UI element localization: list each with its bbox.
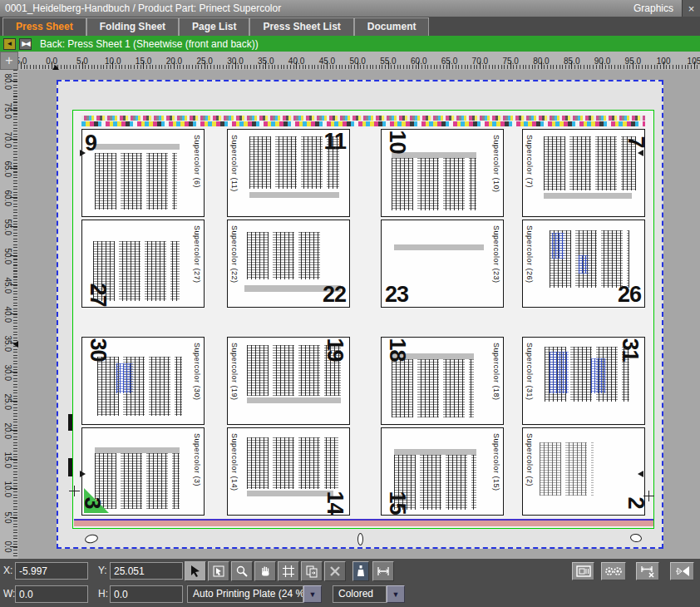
flip-view-icon (674, 565, 691, 578)
measure-icon (377, 565, 390, 578)
page-number: 18 (386, 338, 408, 361)
horizontal-ruler: 5.00.05.010.015.020.025.030.035.040.045.… (18, 52, 700, 70)
imposition-canvas[interactable]: 6 Supercolor (6) 11 Supercolor (11) 10 S… (18, 70, 700, 559)
prinect-window: 0001_Heidelberg-Handbuch / Product Part:… (0, 0, 700, 607)
crop-frame-tool[interactable] (278, 561, 299, 581)
page-6-thumbnail[interactable]: 6 Supercolor (6) (81, 129, 205, 217)
page-label: Supercolor (22) (230, 225, 239, 284)
page-14-thumbnail[interactable]: 14 Supercolor (14) (227, 427, 350, 516)
close-icon[interactable]: × (682, 0, 700, 17)
side-guide-mark (638, 471, 643, 477)
chevron-down-icon[interactable]: ▼ (303, 585, 322, 603)
next-sheet-icon[interactable]: ▶◀ (19, 38, 32, 50)
width-field[interactable] (15, 585, 88, 603)
page-number: 15 (386, 491, 408, 514)
page-3-thumbnail[interactable]: 3 Supercolor (3) (81, 427, 205, 516)
ruler-origin-button[interactable]: + (0, 52, 18, 70)
page-23-thumbnail[interactable]: 23 Supercolor (23) (381, 220, 504, 308)
status-toolbar: X: Y: W: H: (0, 559, 700, 607)
object-select-tool[interactable] (208, 561, 229, 581)
plate-preview-icon (576, 565, 591, 577)
page-19-thumbnail[interactable]: 19 Supercolor (19) (227, 337, 350, 425)
page-number: 22 (323, 284, 346, 306)
page-number: 2 (624, 496, 646, 508)
chevron-down-icon[interactable]: ▼ (387, 585, 405, 603)
settings-button[interactable] (601, 562, 626, 580)
gears-icon (604, 565, 623, 577)
collating-bar-mark (68, 414, 72, 431)
title-bar: 0001_Heidelberg-Handbuch / Product Part:… (0, 0, 700, 17)
vruler-major-ticks (10, 81, 17, 559)
page-label: Supercolor (23) (492, 225, 500, 284)
page-number: 6 (86, 131, 97, 153)
graphics-label: Graphics (633, 2, 682, 14)
sheet-slug-line: 0001_Heidelberg-Handbuch - Back - Press … (74, 519, 653, 526)
page-7-thumbnail[interactable]: 7 Supercolor (7) (522, 129, 645, 217)
page-number: 10 (386, 130, 408, 153)
color-control-strip (81, 116, 645, 126)
h-label: H: (98, 585, 108, 603)
page-label: Supercolor (11) (230, 135, 239, 192)
crop-frame-icon (282, 565, 295, 578)
side-guide-mark (80, 471, 86, 477)
page-number: 31 (618, 338, 640, 361)
x-coordinate-field[interactable] (15, 562, 88, 580)
tab-press-sheet-list[interactable]: Press Sheet List (249, 17, 353, 36)
page-30-thumbnail[interactable]: 30 Supercolor (30) (81, 337, 205, 425)
tab-page-list[interactable]: Page List (179, 17, 249, 36)
delete-x-icon (328, 565, 342, 578)
ink-zone-tool[interactable] (352, 561, 369, 581)
zoom-tool-icon (235, 565, 249, 578)
side-guide-mark (638, 150, 643, 156)
page-26-thumbnail[interactable]: 26 Supercolor (26) (522, 220, 645, 308)
y-coordinate-field[interactable] (110, 562, 183, 580)
tab-folding-sheet[interactable]: Folding Sheet (86, 17, 179, 36)
window-title: 0001_Heidelberg-Handbuch / Product Part:… (0, 2, 633, 14)
page-10-thumbnail[interactable]: 10 Supercolor (10) (381, 129, 504, 217)
page-22-thumbnail[interactable]: 22 Supercolor (22) (227, 220, 350, 308)
color-mode-dropdown[interactable]: Colored (333, 585, 387, 603)
tab-bar: Press Sheet Folding Sheet Page List Pres… (0, 17, 700, 36)
press-sheet[interactable]: 6 Supercolor (6) 11 Supercolor (11) 10 S… (72, 110, 654, 529)
select-arrow-icon (189, 565, 202, 578)
page-label: Supercolor (15) (492, 433, 500, 491)
copy-pages-tool[interactable] (301, 561, 323, 581)
page-2-thumbnail[interactable]: 2 Supercolor (2) (522, 427, 645, 516)
printing-plate-selection[interactable]: 6 Supercolor (6) 11 Supercolor (11) 10 S… (57, 80, 663, 549)
page-11-thumbnail[interactable]: 11 Supercolor (11) (227, 129, 350, 217)
flip-view-button[interactable] (670, 562, 694, 580)
page-27-thumbnail[interactable]: 27 Supercolor (27) (81, 220, 205, 308)
render-mode-dropdown[interactable]: Auto Printing Plate (24 %) (187, 585, 303, 603)
y-label: Y: (98, 562, 107, 580)
page-label: Supercolor (6) (193, 135, 201, 188)
punch-hole-mark (84, 533, 99, 544)
prev-sheet-icon[interactable]: ◄ (3, 38, 16, 50)
page-18-thumbnail[interactable]: 18 Supercolor (18) (381, 337, 504, 425)
ink-bottle-icon (355, 565, 367, 578)
hruler-major-ticks (21, 62, 700, 69)
side-guide-mark (80, 150, 86, 156)
punch-hole-mark (629, 533, 643, 543)
page-number: 26 (618, 284, 641, 306)
page-number: 11 (323, 131, 346, 153)
page-31-thumbnail[interactable]: 31 Supercolor (31) (522, 337, 645, 425)
tab-press-sheet[interactable]: Press Sheet (2, 17, 86, 36)
page-number: 27 (86, 283, 109, 306)
measure-tool[interactable] (372, 561, 394, 581)
plate-preview-button[interactable] (572, 562, 594, 580)
select-arrow-tool[interactable] (185, 561, 206, 581)
page-label: Supercolor (10) (492, 135, 500, 193)
tab-document[interactable]: Document (354, 17, 430, 36)
w-label: W: (3, 585, 15, 603)
delete-tool[interactable] (324, 561, 346, 581)
pan-hand-tool[interactable] (254, 561, 276, 581)
page-label: Supercolor (2) (525, 433, 534, 486)
height-field[interactable] (110, 585, 183, 603)
page-label: Supercolor (27) (193, 225, 201, 284)
page-15-thumbnail[interactable]: 15 Supercolor (15) (381, 427, 504, 516)
collating-bar-mark (68, 458, 72, 476)
delete-measurement-button[interactable] (636, 562, 659, 580)
zoom-tool[interactable] (231, 561, 253, 581)
page-label: Supercolor (26) (525, 225, 534, 284)
measure-delete-icon (640, 565, 655, 578)
